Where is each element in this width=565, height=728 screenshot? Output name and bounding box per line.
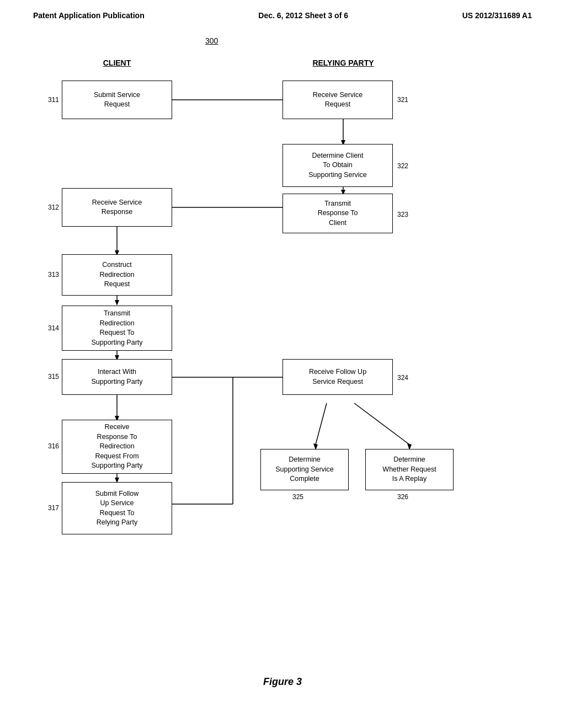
box-321-label: Receive Service Request	[313, 90, 363, 110]
box-312: Receive Service Response	[62, 188, 172, 227]
ref-325: 325	[292, 493, 303, 501]
page-header: Patent Application Publication Dec. 6, 2…	[33, 11, 532, 20]
ref-311: 311	[48, 96, 59, 104]
box-322: Determine Client To Obtain Supporting Se…	[282, 144, 393, 187]
box-326-label: Determine Whether Request Is A Replay	[382, 455, 436, 484]
box-321: Receive Service Request	[282, 81, 393, 119]
box-323-label: Transmit Response To Client	[318, 199, 358, 228]
header-left: Patent Application Publication	[33, 11, 145, 20]
box-324: Receive Follow Up Service Request	[282, 359, 393, 395]
box-325: Determine Supporting Service Complete	[260, 449, 349, 490]
box-316: Receive Response To Redirection Request …	[62, 420, 172, 474]
flow-arrows	[45, 36, 520, 671]
ref-323: 323	[397, 211, 408, 218]
box-325-label: Determine Supporting Service Complete	[275, 455, 334, 484]
box-311-label: Submit Service Request	[94, 90, 140, 110]
ref-317: 317	[48, 504, 59, 512]
box-326: Determine Whether Request Is A Replay	[365, 449, 454, 490]
box-322-label: Determine Client To Obtain Supporting Se…	[308, 151, 367, 180]
diagram-number: 300	[205, 36, 218, 45]
svg-line-24	[354, 403, 409, 445]
ref-316: 316	[48, 442, 59, 450]
box-313: Construct Redirection Request	[62, 254, 172, 296]
box-313-label: Construct Redirection Request	[99, 260, 134, 290]
box-314-label: Transmit Redirection Request To Supporti…	[91, 309, 142, 347]
box-315: Interact With Supporting Party	[62, 359, 172, 395]
box-314: Transmit Redirection Request To Supporti…	[62, 306, 172, 351]
box-312-label: Receive Service Response	[92, 198, 142, 217]
diagram-area: 300 CLIENT RELYING PARTY	[45, 36, 520, 671]
ref-314: 314	[48, 324, 59, 332]
box-315-label: Interact With Supporting Party	[91, 367, 142, 387]
box-317: Submit Follow Up Service Request To Rely…	[62, 482, 172, 534]
header-middle: Dec. 6, 2012 Sheet 3 of 6	[258, 11, 348, 20]
ref-312: 312	[48, 204, 59, 211]
ref-321: 321	[397, 96, 408, 104]
client-label: CLIENT	[73, 58, 161, 67]
header-right: US 2012/311689 A1	[462, 11, 532, 20]
ref-324: 324	[397, 374, 408, 382]
ref-326: 326	[397, 493, 408, 501]
box-316-label: Receive Response To Redirection Request …	[91, 422, 142, 471]
svg-marker-11	[115, 300, 119, 306]
box-311: Submit Service Request	[62, 81, 172, 119]
box-323: Transmit Response To Client	[282, 194, 393, 233]
box-317-label: Submit Follow Up Service Request To Rely…	[95, 489, 139, 528]
box-324-label: Receive Follow Up Service Request	[309, 367, 366, 387]
page: Patent Application Publication Dec. 6, 2…	[0, 0, 565, 728]
ref-315: 315	[48, 373, 59, 381]
ref-322: 322	[397, 162, 408, 170]
ref-313: 313	[48, 271, 59, 279]
figure-label: Figure 3	[33, 676, 532, 688]
svg-line-22	[316, 403, 327, 445]
relying-party-label: RELYING PARTY	[288, 58, 398, 67]
